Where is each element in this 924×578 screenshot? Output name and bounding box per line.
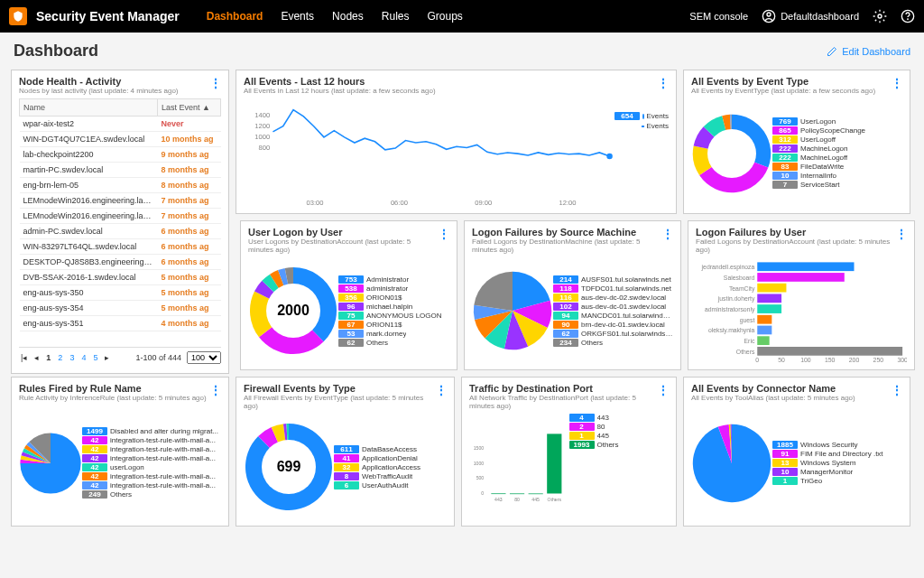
donut-chart: 2000 bbox=[248, 266, 338, 356]
legend-item[interactable]: 249Others bbox=[82, 490, 221, 499]
legend-item[interactable]: 865PolicyScopeChange bbox=[772, 126, 902, 135]
card-menu-icon[interactable]: ⋮ bbox=[661, 227, 673, 241]
legend-item[interactable]: 356ORION01$ bbox=[338, 294, 449, 302]
legend-item[interactable]: 753Administrator bbox=[338, 275, 449, 284]
cell-last-event: Never bbox=[158, 117, 221, 132]
legend-item[interactable]: 75ANONYMOUS LOGON bbox=[338, 312, 449, 320]
legend-badge: 10 bbox=[772, 172, 798, 180]
table-row[interactable]: WIN-DGT4QU7C1EA.swdev.local10 months ag bbox=[20, 132, 221, 147]
pager-prev-icon[interactable]: ◂ bbox=[32, 353, 41, 362]
legend-item[interactable]: 83FileDataWrite bbox=[772, 163, 902, 171]
legend-item[interactable]: 10ManagerMonitor bbox=[772, 468, 902, 476]
legend-item[interactable]: 1885Windows Security bbox=[772, 441, 902, 449]
table-row[interactable]: lab-checkpoint22009 months ag bbox=[20, 147, 221, 163]
legend-item[interactable]: 102aus-dev-dc-01.swdev.local bbox=[553, 303, 673, 311]
help-icon[interactable] bbox=[901, 9, 915, 23]
legend-item[interactable]: 91FIM File and Directory .txt bbox=[772, 450, 902, 458]
legend-item[interactable]: 42integration-test-rule-with-mail-a... bbox=[82, 454, 221, 462]
legend-item[interactable]: 116aus-dev-dc-02.swdev.local bbox=[553, 294, 673, 302]
table-row[interactable]: WIN-83297LT64QL.swdev.local6 months ag bbox=[20, 239, 221, 255]
table-row[interactable]: eng-brn-lem-058 months ag bbox=[20, 178, 221, 193]
legend-item[interactable]: 13Windows System bbox=[772, 459, 902, 467]
card-menu-icon[interactable]: ⋮ bbox=[438, 227, 449, 241]
table-row[interactable]: admin-PC.swdev.local6 months ag bbox=[20, 224, 221, 239]
legend-item[interactable]: 67ORION11$ bbox=[338, 321, 449, 329]
card-menu-icon[interactable]: ⋮ bbox=[209, 76, 221, 90]
legend-item[interactable]: 90brn-dev-dc-01.swdev.local bbox=[553, 321, 673, 329]
legend-item[interactable]: 53mark.dorney bbox=[338, 330, 449, 338]
settings-icon[interactable] bbox=[873, 9, 887, 23]
card-traffic-port: Traffic by Destination PortAll Network T… bbox=[461, 377, 677, 527]
legend-item[interactable]: 42userLogon bbox=[82, 463, 221, 471]
col-last-event[interactable]: Last Event ▲ bbox=[158, 99, 221, 117]
card-menu-icon[interactable]: ⋮ bbox=[891, 76, 902, 90]
table-row[interactable]: DVB-SSAK-2016-1.swdev.local5 months ag bbox=[20, 270, 221, 285]
table-row[interactable]: eng-aus-sys-3514 months ag bbox=[20, 316, 221, 331]
table-row[interactable]: eng-aus-sys-3505 months ag bbox=[20, 285, 221, 301]
legend-item[interactable]: 611DataBaseAccess bbox=[334, 445, 447, 453]
legend-item[interactable]: 7ServiceStart bbox=[772, 181, 902, 189]
card-menu-icon[interactable]: ⋮ bbox=[657, 383, 669, 397]
app-logo-icon bbox=[9, 7, 27, 25]
legend-item[interactable]: 6UserAuthAudit bbox=[334, 481, 447, 489]
cell-last-event: 7 months ag bbox=[158, 193, 221, 209]
table-row[interactable]: LEMnodeWin2016.engineering.lab.brno7 mon… bbox=[20, 193, 221, 209]
nav-dashboard[interactable]: Dashboard bbox=[207, 10, 263, 23]
user-menu[interactable]: Defaultdashboard bbox=[762, 9, 859, 23]
legend-item[interactable]: 1499Disabled and alter during migrat... bbox=[82, 427, 221, 435]
svg-text:1400: 1400 bbox=[254, 111, 270, 119]
console-link[interactable]: SEM console bbox=[689, 11, 748, 22]
nav-groups[interactable]: Groups bbox=[427, 10, 462, 23]
card-menu-icon[interactable]: ⋮ bbox=[657, 76, 669, 90]
card-menu-icon[interactable]: ⋮ bbox=[209, 383, 221, 397]
nav-rules[interactable]: Rules bbox=[382, 10, 410, 23]
card-menu-icon[interactable]: ⋮ bbox=[895, 227, 907, 241]
pager-page[interactable]: 5 bbox=[91, 353, 99, 362]
pager-size-select[interactable]: 100 bbox=[187, 351, 221, 364]
pager-page[interactable]: 2 bbox=[56, 353, 64, 362]
legend-item[interactable]: 4443 bbox=[569, 414, 670, 422]
legend-label: michael.halpin bbox=[366, 303, 412, 311]
legend-item[interactable]: 62Others bbox=[338, 339, 449, 347]
legend-item[interactable]: 1445 bbox=[569, 432, 670, 440]
edit-dashboard-button[interactable]: Edit Dashboard bbox=[827, 46, 910, 57]
legend-item[interactable]: 42integration-test-rule-with-mail-a... bbox=[82, 436, 221, 444]
legend-item[interactable]: 1TriGeo bbox=[772, 477, 902, 485]
legend-item[interactable]: 234Others bbox=[553, 339, 673, 347]
donut-chart bbox=[691, 113, 772, 194]
legend-item[interactable]: 41ApplicationDenial bbox=[334, 454, 447, 462]
legend-item[interactable]: 42integration-test-rule-with-mail-a... bbox=[82, 472, 221, 480]
legend-item[interactable]: 42integration-test-rule-with-mail-a... bbox=[82, 445, 221, 453]
legend-item[interactable]: 222MachineLogoff bbox=[772, 154, 902, 162]
table-row[interactable]: wpar-aix-test2Never bbox=[20, 117, 221, 132]
legend-item[interactable]: 538administrator bbox=[338, 284, 449, 293]
nav-events[interactable]: Events bbox=[281, 10, 314, 23]
table-row[interactable]: eng-aus-sys-3545 months ag bbox=[20, 301, 221, 316]
nav-nodes[interactable]: Nodes bbox=[332, 10, 364, 23]
pager-page[interactable]: 1 bbox=[44, 353, 52, 362]
legend-item[interactable]: 62ORKGFS01.tul.solarwinds.net bbox=[553, 330, 673, 338]
table-row[interactable]: martin-PC.swdev.local8 months ag bbox=[20, 163, 221, 178]
legend-item[interactable]: 280 bbox=[569, 423, 670, 431]
card-menu-icon[interactable]: ⋮ bbox=[435, 383, 447, 397]
pager-next-icon[interactable]: ▸ bbox=[103, 353, 111, 362]
pager-page[interactable]: 3 bbox=[68, 353, 76, 362]
legend-item[interactable]: 32ApplicationAccess bbox=[334, 463, 447, 471]
legend-item[interactable]: 10InternalInfo bbox=[772, 172, 902, 180]
legend-item[interactable]: 96michael.halpin bbox=[338, 303, 449, 311]
legend-item[interactable]: 42integration-test-rule-with-mail-a... bbox=[82, 481, 221, 489]
pager-page[interactable]: 4 bbox=[79, 353, 88, 362]
legend-item[interactable]: 222MachineLogon bbox=[772, 144, 902, 153]
table-row[interactable]: LEMnodeWin2016.engineering.lab.brno7 mon… bbox=[20, 209, 221, 224]
legend-item[interactable]: 769UserLogon bbox=[772, 117, 902, 126]
legend-item[interactable]: 312UserLogoff bbox=[772, 135, 902, 144]
legend-item[interactable]: 94MANCDC01.tul.solarwinds.net bbox=[553, 312, 673, 320]
legend-item[interactable]: 8WebTrafficAudit bbox=[334, 472, 447, 480]
card-menu-icon[interactable]: ⋮ bbox=[891, 383, 902, 397]
legend-item[interactable]: 1993Others bbox=[569, 441, 670, 449]
table-row[interactable]: DESKTOP-QJ8S8B3.engineering.lab.brno6 mo… bbox=[20, 255, 221, 270]
legend-item[interactable]: 118TDFDC01.tul.solarwinds.net bbox=[553, 284, 673, 293]
col-name[interactable]: Name bbox=[20, 99, 158, 117]
legend-item[interactable]: 214AUSFS01.tul.solarwinds.net bbox=[553, 275, 673, 284]
pager-first-icon[interactable]: |◂ bbox=[19, 353, 29, 362]
